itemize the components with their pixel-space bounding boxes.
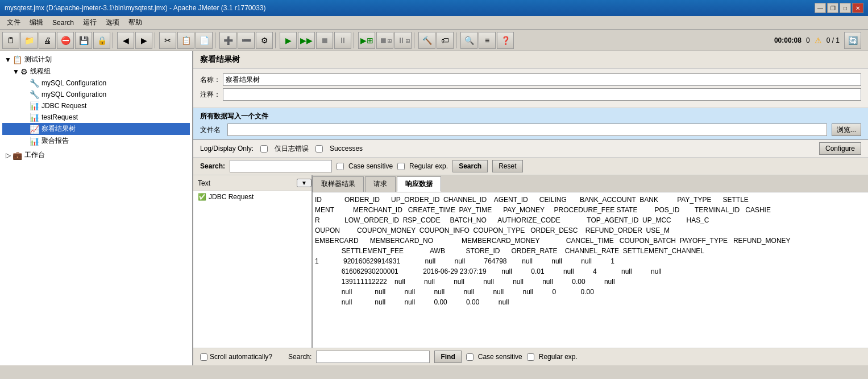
minimize-button[interactable]: — (815, 3, 826, 13)
separator-4 (275, 32, 277, 48)
bottom-regex-label: Regular exp. (539, 353, 578, 361)
new-button[interactable]: 🗒 (2, 32, 19, 49)
reset-button[interactable]: Reset (492, 160, 522, 172)
mysql-config-icon-1: 🔧 (30, 79, 39, 88)
lock-button[interactable]: 🔒 (93, 32, 110, 49)
bottom-case-checkbox[interactable] (466, 353, 474, 361)
list-button[interactable]: ≡ (479, 32, 496, 49)
maximize-button[interactable]: □ (840, 3, 851, 13)
tab-sampler-results[interactable]: 取样器结果 (313, 176, 364, 192)
window-controls: — ❐ □ ✕ (815, 3, 863, 13)
scroll-auto-checkbox[interactable] (200, 353, 207, 361)
menu-help[interactable]: 帮助 (124, 17, 147, 28)
case-sensitive-checkbox[interactable] (337, 163, 344, 170)
open-button[interactable]: 📁 (20, 32, 38, 49)
data-line-3: OUPON COUPON_MONEY COUPON_INFO COUPON_TY… (315, 225, 866, 236)
successes-checkbox[interactable] (315, 145, 323, 153)
successes-label: Successes (330, 145, 363, 153)
remote-stop-button[interactable]: ⏹⊞ (376, 32, 393, 49)
save-as-button[interactable]: 🖨 (39, 32, 56, 49)
tree-item-jdbc-request[interactable]: 📊 JDBC Request (2, 100, 190, 112)
name-input[interactable] (223, 73, 861, 86)
title-text: mysqtest.jmx (D:\apache-jmeter-3.1\bin\m… (5, 4, 266, 12)
data-line-10: null null null 0.00 0.00 null (315, 297, 866, 307)
help-button[interactable]: ❓ (497, 32, 514, 49)
separator-2 (155, 32, 157, 48)
data-line-6: 1 920160629914931 null null 764798 null … (315, 256, 866, 266)
paste-button[interactable]: 📄 (196, 32, 213, 49)
menu-edit[interactable]: 编辑 (25, 17, 48, 28)
mysql-config-icon-2: 🔧 (30, 90, 39, 99)
file-row: 文件名 浏览... (200, 123, 861, 136)
test-plan-icon: 📋 (13, 55, 22, 64)
tab-response-data[interactable]: 响应数据 (397, 176, 441, 192)
list-content: ✅ JDBC Request (193, 191, 312, 348)
configure-button[interactable]: Configure (819, 142, 861, 155)
shutdown-button[interactable]: ⏸ (334, 32, 351, 49)
tree-item-test-request[interactable]: 📊 testRequest (2, 112, 190, 123)
file-input[interactable] (227, 123, 827, 136)
list-item[interactable]: ✅ JDBC Request (193, 191, 312, 203)
thread-group-icon: ⚙ (20, 67, 28, 76)
tree-item-thread-group[interactable]: ▼ ⚙ 线程组 (2, 65, 190, 77)
data-line-2: R LOW_ORDER_ID RSP_CODE BATCH_NO AUTHORI… (315, 215, 866, 225)
comment-input[interactable] (223, 88, 861, 101)
name-label: 名称： (200, 75, 223, 85)
settings-button[interactable]: ⚙ (256, 32, 273, 49)
tool2-button[interactable]: 🏷 (437, 32, 454, 49)
remove-button[interactable]: ➖ (238, 32, 255, 49)
cut-button[interactable]: ✂ (159, 32, 176, 49)
toggle-icon-2: ▼ (11, 68, 20, 76)
menu-file[interactable]: 文件 (2, 17, 25, 28)
workbench-toggle: ▷ (3, 151, 13, 159)
case-sensitive-label: Case sensitive (348, 162, 393, 170)
workbench-icon: 💼 (13, 151, 22, 160)
menu-options[interactable]: 选项 (101, 17, 124, 28)
tree-item-mysql-config-2[interactable]: 🔧 mySQL Configuration (2, 89, 190, 100)
list-panel: Text ▼ ✅ JDBC Request (193, 175, 313, 348)
redo-button[interactable]: ▶ (135, 32, 152, 49)
tree-item-result-tree[interactable]: 📈 察看结果树 (2, 123, 190, 135)
separator-7 (456, 32, 458, 48)
remote-stop2-button[interactable]: ⏸⊞ (394, 32, 412, 49)
close-button[interactable]: ✕ (852, 3, 863, 13)
browse-button[interactable]: 浏览... (832, 123, 861, 136)
remote-run-button[interactable]: ▶⊞ (358, 32, 375, 49)
stop-button[interactable]: ⏹ (316, 32, 333, 49)
tree-item-workbench[interactable]: ▷ 💼 工作台 (2, 149, 190, 161)
tree-item-aggregate[interactable]: 📊 聚合报告 (2, 135, 190, 147)
menu-search[interactable]: Search (48, 18, 78, 28)
bottom-search-input[interactable] (316, 351, 430, 363)
regular-exp-checkbox[interactable] (397, 163, 405, 170)
find-button[interactable]: Find (434, 351, 461, 363)
data-line-7: 616062930200001 2016-06-29 23:07:19 null… (315, 266, 866, 277)
search-tool-button[interactable]: 🔍 (460, 32, 477, 49)
dropdown-arrow[interactable]: ▼ (297, 179, 312, 187)
restore-button[interactable]: ❐ (827, 3, 838, 13)
menu-run[interactable]: 运行 (78, 17, 101, 28)
tab-request[interactable]: 请求 (365, 176, 396, 192)
search-input[interactable] (230, 160, 332, 172)
log-display-label: Log/Display Only: (200, 145, 254, 153)
bottom-regex-checkbox[interactable] (527, 353, 534, 361)
copy-button[interactable]: 📋 (177, 32, 194, 49)
save-button[interactable]: 💾 (75, 32, 92, 49)
data-line-8: 139111112222 null null null null null nu… (315, 277, 866, 287)
tree-item-test-plan[interactable]: ▼ 📋 测试计划 (2, 53, 190, 65)
add-button[interactable]: ➕ (219, 32, 236, 49)
aggregate-icon: 📊 (30, 137, 39, 146)
separator-5 (354, 32, 356, 48)
jdbc-icon: 📊 (30, 101, 39, 110)
tree-item-mysql-config-1[interactable]: 🔧 mySQL Configuration (2, 77, 190, 89)
undo-button[interactable]: ◀ (117, 32, 134, 49)
tool1-button[interactable]: 🔨 (418, 32, 435, 49)
run-all-button[interactable]: ▶▶ (298, 32, 315, 49)
status-button[interactable]: 🔄 (844, 32, 861, 49)
data-line-0: ID ORDER_ID UP_ORDER_ID CHANNEL_ID AGENT… (315, 195, 866, 205)
tree-label-aggregate: 聚合报告 (41, 136, 69, 146)
clear-all-button[interactable]: ⛔ (57, 32, 74, 49)
errors-checkbox[interactable] (260, 145, 268, 153)
run-button[interactable]: ▶ (280, 32, 297, 49)
search-button[interactable]: Search (452, 160, 488, 172)
tree-label-thread-group: 线程组 (30, 67, 51, 76)
